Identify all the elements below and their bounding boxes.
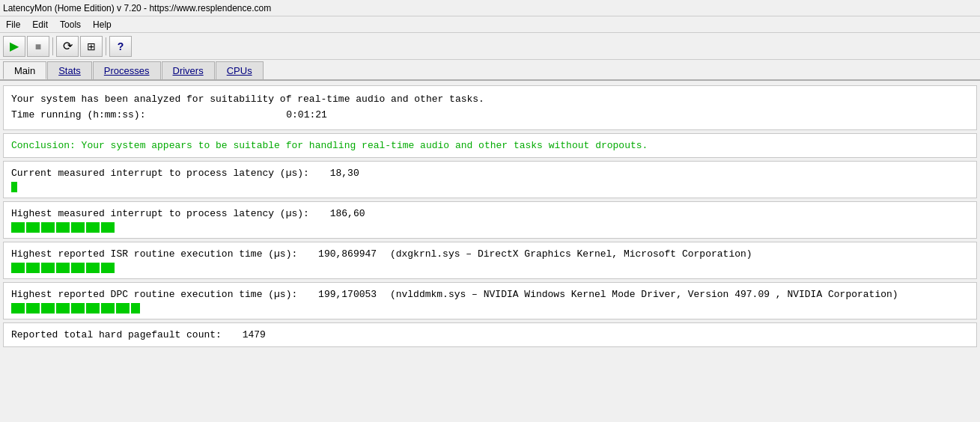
monitor-button[interactable]: ⊞ (80, 36, 103, 57)
title-text: LatencyMon (Home Edition) v 7.20 - https… (3, 3, 271, 13)
bar-block (86, 222, 100, 233)
bar-block (11, 263, 25, 273)
stop-button[interactable]: ■ (27, 36, 49, 57)
bar-block (41, 222, 55, 233)
tab-bar: Main Stats Processes Drivers CPUs (0, 60, 980, 81)
time-value: 0:01:21 (286, 109, 327, 120)
metric-label-3: Highest reported DPC routine execution t… (11, 289, 969, 300)
help-icon: ? (118, 40, 124, 52)
toolbar-separator-2 (106, 37, 106, 55)
title-bar: LatencyMon (Home Edition) v 7.20 - https… (0, 0, 980, 16)
bar-block (11, 182, 17, 192)
bar-block (101, 222, 115, 233)
tab-drivers[interactable]: Drivers (162, 61, 215, 79)
analysis-line1: Your system has been analyzed for suitab… (11, 92, 969, 108)
tab-stats[interactable]: Stats (47, 61, 92, 79)
bar-block (116, 303, 130, 314)
play-button[interactable]: ▶ (3, 36, 25, 57)
system-analysis-panel: Your system has been analyzed for suitab… (3, 85, 977, 130)
metric-panel-4: Reported total hard pagefault count: 147… (3, 322, 977, 347)
progress-bar-3 (11, 303, 969, 314)
bar-block (71, 263, 85, 273)
metric-panel-2: Highest reported ISR routine execution t… (3, 242, 977, 279)
menu-file[interactable]: File (0, 18, 26, 31)
bar-block (71, 222, 85, 233)
content-area: Your system has been analyzed for suitab… (0, 81, 980, 422)
toolbar-separator-1 (52, 37, 53, 55)
progress-bar-1 (11, 222, 969, 233)
metric-panel-0: Current measured interrupt to process la… (3, 161, 977, 198)
bar-block (26, 222, 40, 233)
help-button[interactable]: ? (109, 36, 132, 57)
bar-block (56, 263, 70, 273)
toolbar: ▶ ■ ⟳ ⊞ ? (0, 33, 980, 60)
menu-help[interactable]: Help (87, 18, 118, 31)
bar-block (86, 303, 100, 314)
bar-block (41, 303, 55, 314)
menu-bar: File Edit Tools Help (0, 16, 980, 33)
tab-processes[interactable]: Processes (93, 61, 161, 79)
stop-icon: ■ (35, 40, 41, 52)
bar-block (101, 263, 115, 273)
conclusion-panel: Conclusion: Your system appears to be su… (3, 133, 977, 158)
bar-block (71, 303, 85, 314)
progress-bar-0 (11, 182, 969, 192)
metric-panel-3: Highest reported DPC routine execution t… (3, 282, 977, 319)
bar-block (11, 222, 25, 233)
monitor-icon: ⊞ (87, 40, 96, 52)
metric-label-0: Current measured interrupt to process la… (11, 168, 969, 179)
bar-block (11, 303, 25, 314)
bar-block (56, 222, 70, 233)
metric-label-2: Highest reported ISR routine execution t… (11, 248, 969, 260)
metric-label-4: Reported total hard pagefault count: 147… (11, 329, 969, 340)
progress-bar-2 (11, 263, 969, 273)
bar-block (26, 263, 40, 273)
bar-block (56, 303, 70, 314)
refresh-button[interactable]: ⟳ (56, 36, 79, 57)
analysis-line2: Time running (h:mm:ss): 0:01:21 (11, 108, 969, 123)
tab-main[interactable]: Main (3, 61, 46, 79)
time-label: Time running (h:mm:ss): (11, 109, 145, 120)
refresh-icon: ⟳ (63, 39, 73, 53)
bar-block (41, 263, 55, 273)
tab-cpus[interactable]: CPUs (216, 61, 264, 79)
menu-edit[interactable]: Edit (26, 18, 54, 31)
play-icon: ▶ (10, 39, 19, 53)
conclusion-text: Conclusion: Your system appears to be su… (11, 140, 969, 151)
bar-block (101, 303, 115, 314)
menu-tools[interactable]: Tools (54, 18, 87, 31)
bar-block (26, 303, 40, 314)
bar-block (86, 263, 100, 273)
metric-label-1: Highest measured interrupt to process la… (11, 208, 969, 219)
bar-block (131, 303, 140, 314)
metric-panel-1: Highest measured interrupt to process la… (3, 201, 977, 239)
